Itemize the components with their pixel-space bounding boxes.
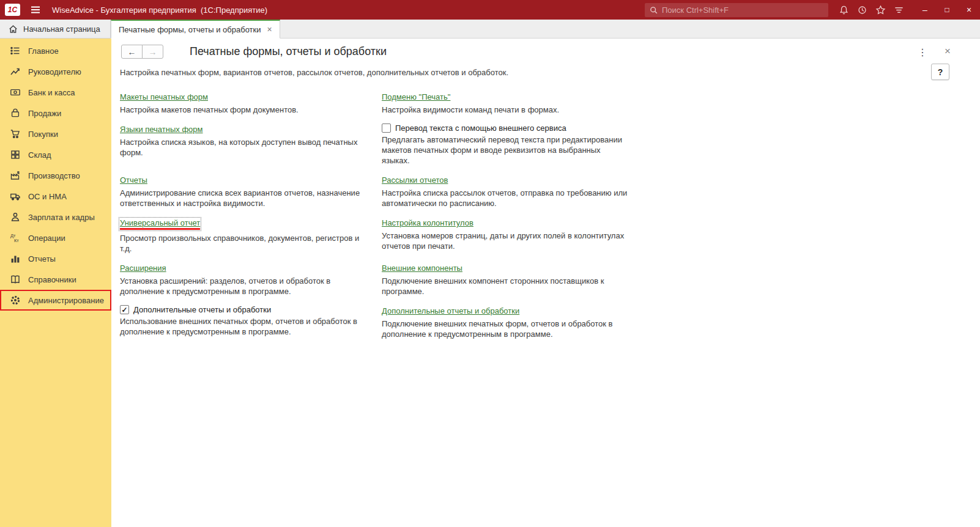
cart-icon (10, 128, 21, 139)
feature-description: Установка расширений: разделов, отчетов … (120, 276, 366, 297)
sidebar-item-bank-cash[interactable]: Банк и касса (0, 82, 111, 103)
bell-icon (839, 5, 849, 15)
feature-universal-report: Универсальный отчет Просмотр произвольны… (120, 217, 366, 254)
1c-logo-text: 1С (8, 6, 17, 14)
link-print-submenu[interactable]: Подменю "Печать" (382, 92, 450, 101)
checkbox-icon (382, 123, 391, 133)
trend-chart-icon (10, 66, 21, 77)
tab-home-label: Начальная страница (23, 24, 100, 34)
feature-description: Подключение внешних печатных форм, отчет… (382, 319, 628, 339)
sidebar-item-label: Справочники (28, 275, 76, 284)
window-titlebar: 1С WiseAdvice - Бухгалтерия предприятия … (0, 0, 980, 20)
tab-bar: Начальная страница Печатные формы, отчет… (0, 20, 980, 39)
forward-arrow-icon: → (149, 47, 157, 57)
page-title: Печатные формы, отчеты и обработки (190, 45, 387, 58)
feature-description: Настройка списка рассылок отчетов, отпра… (382, 188, 628, 208)
global-search[interactable] (645, 3, 828, 17)
feature-external-components: Внешние компоненты Подключение внешних к… (382, 262, 628, 297)
sidebar-item-label: Главное (28, 46, 59, 56)
section-panel: Главное Руководителю Банк и касса Продаж… (0, 39, 111, 527)
search-input[interactable] (662, 6, 824, 15)
feature-description: Предлагать автоматический перевод текста… (382, 135, 628, 166)
feature-description: Использование внешних печатных форм, отч… (120, 316, 366, 337)
sidebar-item-label: Администрирование (28, 296, 104, 305)
banknote-icon (10, 87, 21, 98)
history-button[interactable] (853, 1, 871, 18)
sidebar-item-warehouse[interactable]: Склад (0, 144, 111, 165)
form-close-icon[interactable]: × (945, 45, 951, 57)
checkbox-label: Дополнительные отчеты и обработки (133, 305, 271, 314)
window-title: WiseAdvice - Бухгалтерия предприятия (1С… (52, 6, 267, 15)
back-button[interactable]: ← (121, 45, 143, 59)
filter-lines-icon (894, 5, 904, 15)
favorites-button[interactable] (871, 1, 889, 18)
1c-logo: 1С (5, 4, 20, 16)
sidebar-item-label: Зарплата и кадры (28, 213, 95, 222)
feature-report-distributions: Рассылки отчетов Настройка списка рассыл… (382, 174, 628, 208)
feature-extensions: Расширения Установка расширений: раздело… (120, 262, 366, 297)
sidebar-item-sales[interactable]: Продажи (0, 103, 111, 123)
feature-description: Настройка макетов печатных форм документ… (120, 105, 366, 115)
truck-icon (10, 191, 21, 202)
main-menu-button[interactable] (29, 3, 42, 17)
sidebar-item-reports[interactable]: Отчеты (0, 248, 111, 269)
maximize-button[interactable]: □ (936, 0, 958, 20)
feature-print-submenu: Подменю "Печать" Настройка видимости ком… (382, 91, 628, 115)
sidebar-item-label: Продажи (28, 109, 61, 118)
list-icon (10, 45, 21, 56)
factory-icon (10, 170, 21, 181)
window-close-button[interactable]: × (958, 0, 980, 20)
sidebar-item-operations[interactable]: ДтКт Операции (0, 227, 111, 248)
sidebar-item-label: ОС и НМА (28, 192, 67, 201)
sidebar-item-directories[interactable]: Справочники (0, 269, 111, 290)
sidebar-item-salary-hr[interactable]: Зарплата и кадры (0, 207, 111, 227)
search-icon (649, 6, 658, 15)
sidebar-item-main[interactable]: Главное (0, 40, 111, 61)
sidebar-item-purchases[interactable]: Покупки (0, 123, 111, 144)
sidebar-item-label: Склад (28, 150, 51, 160)
application-window: 1С WiseAdvice - Бухгалтерия предприятия … (0, 0, 980, 527)
more-menu-icon[interactable]: ⋮ (918, 46, 927, 58)
feature-text-translation: Перевод текста с помощью внешнего сервис… (382, 123, 628, 166)
link-reports[interactable]: Отчеты (120, 175, 147, 185)
link-additional-reports-processings[interactable]: Дополнительные отчеты и обработки (382, 306, 519, 315)
svg-text:Кт: Кт (14, 238, 19, 243)
checkbox-text-translation[interactable]: Перевод текста с помощью внешнего сервис… (382, 123, 628, 133)
forward-button[interactable]: → (142, 45, 163, 59)
history-clock-icon (857, 5, 867, 15)
tab-close-icon[interactable]: × (267, 24, 272, 34)
sidebar-item-fixed-assets[interactable]: ОС и НМА (0, 186, 111, 207)
sidebar-item-production[interactable]: Производство (0, 165, 111, 186)
titlebar-icons (834, 1, 908, 18)
link-universal-report[interactable]: Универсальный отчет (120, 218, 200, 230)
notifications-button[interactable] (834, 1, 853, 18)
bag-icon (10, 108, 21, 119)
page-subtitle: Настройка печатных форм, вариантов отчет… (120, 68, 508, 77)
sidebar-item-manager[interactable]: Руководителю (0, 61, 111, 82)
help-button[interactable]: ? (931, 64, 949, 80)
sidebar-item-label: Руководителю (28, 67, 81, 76)
tab-home[interactable]: Начальная страница (0, 20, 111, 38)
book-icon (10, 274, 21, 285)
panel-settings-button[interactable] (889, 1, 908, 18)
checkbox-additional-reports[interactable]: Дополнительные отчеты и обработки (120, 305, 366, 314)
feature-description: Настройка списка языков, на которых дост… (120, 137, 366, 158)
main-area: Главное Руководителю Банк и касса Продаж… (0, 39, 980, 527)
star-icon (875, 5, 886, 15)
feature-description: Просмотр произвольных справочников, доку… (120, 233, 366, 254)
link-extensions[interactable]: Расширения (120, 264, 166, 273)
sidebar-item-label: Производство (28, 171, 80, 180)
link-print-form-templates[interactable]: Макеты печатных форм (120, 92, 208, 101)
link-external-components[interactable]: Внешние компоненты (382, 264, 462, 273)
feature-additional-reports-link: Дополнительные отчеты и обработки Подклю… (382, 305, 628, 339)
link-report-distributions[interactable]: Рассылки отчетов (382, 175, 448, 185)
link-print-form-languages[interactable]: Языки печатных форм (120, 125, 203, 134)
bar-chart-icon (10, 253, 21, 264)
link-headers-footers-settings[interactable]: Настройка колонтитулов (382, 218, 473, 227)
sidebar-item-administration[interactable]: Администрирование (0, 290, 111, 311)
tab-print-forms[interactable]: Печатные формы, отчеты и обработки × (111, 20, 280, 39)
sidebar-item-label: Банк и касса (28, 88, 75, 97)
sidebar-item-label: Покупки (28, 130, 58, 139)
minimize-button[interactable]: – (914, 0, 936, 20)
page-content: ← → Печатные формы, отчеты и обработки ⋮… (111, 39, 980, 527)
